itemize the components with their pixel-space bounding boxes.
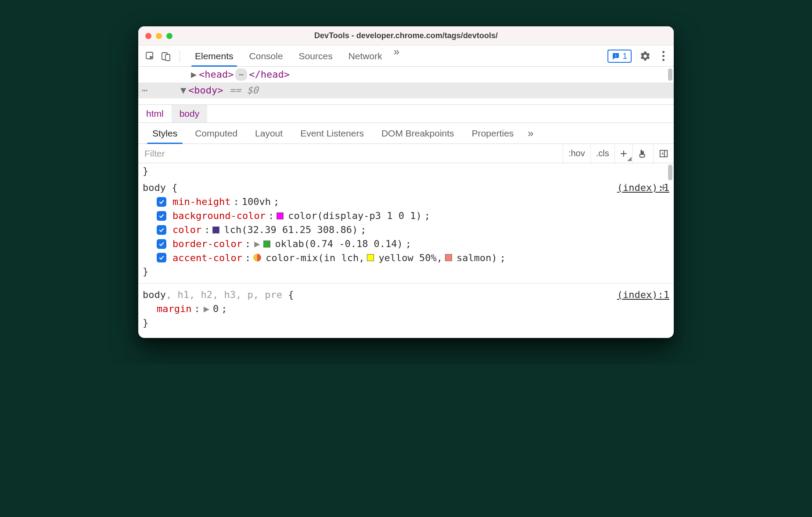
sidebar-tabs: Styles Computed Layout Event Listeners D… (138, 123, 674, 144)
subtab-label: Layout (255, 128, 283, 139)
rule-separator (138, 283, 674, 284)
color-swatch[interactable] (277, 212, 284, 219)
device-toolbar-icon[interactable] (159, 50, 172, 63)
collapsed-content-badge[interactable]: ⋯ (235, 68, 247, 81)
window-close-button[interactable] (145, 33, 151, 39)
breadcrumb-body[interactable]: body (172, 105, 208, 122)
tab-network[interactable]: Network (341, 46, 390, 66)
property-name[interactable]: min-height (172, 195, 230, 209)
color-swatch[interactable] (367, 254, 374, 261)
tabs-overflow-icon[interactable]: » (394, 46, 399, 66)
panel-tabs: Elements Console Sources Network » (187, 46, 399, 66)
subtab-label: DOM Breakpoints (381, 128, 454, 139)
svg-rect-2 (165, 54, 170, 61)
svg-rect-0 (146, 52, 153, 59)
subtab-label: Properties (472, 128, 514, 139)
styles-filter-input[interactable] (138, 144, 563, 163)
subtabs-overflow-icon[interactable]: » (528, 127, 533, 140)
property-enabled-checkbox[interactable] (157, 225, 166, 235)
selector-matched: body (143, 289, 166, 300)
window-minimize-button[interactable] (156, 33, 162, 39)
rule-selector[interactable]: body { (143, 181, 177, 195)
subtab-styles[interactable]: Styles (144, 123, 186, 144)
issues-count: 1 (622, 51, 627, 61)
dom-tree[interactable]: ▶ <head> ⋯ </head> ⋯ ▼ <body> == $0 (138, 67, 674, 105)
expand-icon[interactable]: ▶ (191, 67, 197, 82)
classes-toggle[interactable]: .cls (590, 144, 614, 163)
property-enabled-checkbox[interactable] (157, 239, 166, 249)
subtab-properties[interactable]: Properties (463, 123, 523, 144)
property-value[interactable]: 0 (213, 302, 219, 316)
selector-unmatched: , h1, h2, h3, p, pre (166, 289, 282, 300)
property-name[interactable]: color (172, 223, 201, 237)
tag-open: <head> (199, 67, 234, 82)
styles-filter-bar: :hov .cls + (138, 144, 674, 163)
selector-brace: { (282, 289, 294, 300)
rule-source-link[interactable]: (index):1 (617, 288, 669, 302)
breadcrumb: html body (138, 105, 674, 123)
declaration-margin[interactable]: margin: ▶ 0; (157, 302, 669, 316)
computed-sidebar-toggle-icon[interactable] (653, 144, 674, 163)
breadcrumb-html[interactable]: html (138, 105, 172, 122)
settings-icon[interactable] (639, 50, 652, 63)
rule-close-brace: } (143, 316, 669, 330)
property-name[interactable]: border-color (172, 237, 242, 251)
dom-node-head[interactable]: ▶ <head> ⋯ </head> (138, 67, 674, 83)
property-name[interactable]: background-color (172, 209, 266, 223)
traffic-lights (145, 33, 172, 39)
tag-open: <body> (188, 83, 223, 98)
insert-rule-button[interactable]: + (660, 179, 667, 196)
titlebar: DevTools - developer.chrome.com/tags/dev… (138, 26, 674, 46)
tab-elements[interactable]: Elements (187, 46, 241, 66)
property-name[interactable]: margin (157, 302, 191, 316)
inspect-element-icon[interactable] (144, 50, 157, 63)
tab-console[interactable]: Console (241, 46, 291, 66)
color-swatch[interactable] (212, 226, 219, 233)
property-enabled-checkbox[interactable] (157, 197, 166, 207)
hover-toggle[interactable]: :hov (563, 144, 590, 163)
dom-node-body[interactable]: ⋯ ▼ <body> == $0 (138, 83, 674, 98)
main-toolbar: Elements Console Sources Network » 1 (138, 46, 674, 67)
property-name[interactable]: accent-color (172, 251, 242, 265)
color-mix-swatch[interactable] (253, 254, 261, 262)
rule-selector[interactable]: body, h1, h2, h3, p, pre { (143, 288, 294, 302)
color-swatch[interactable] (263, 241, 270, 248)
property-value[interactable]: color(display-p3 1 0 1) (288, 209, 422, 223)
tab-label: Sources (299, 51, 333, 61)
property-value[interactable]: lch(32.39 61.25 308.86) (224, 223, 358, 237)
styles-pane[interactable]: } body { (index):1 min-height: 100vh;bac… (138, 163, 674, 338)
subtab-layout[interactable]: Layout (246, 123, 291, 144)
dom-row-partial (138, 98, 674, 104)
shorthand-expand-icon[interactable]: ▶ (254, 237, 260, 251)
svg-rect-5 (660, 150, 668, 157)
paintbrush-icon[interactable] (632, 144, 653, 163)
new-style-rule-button[interactable]: + (614, 144, 632, 163)
tab-sources[interactable]: Sources (291, 46, 341, 66)
subtab-event-listeners[interactable]: Event Listeners (291, 123, 373, 144)
property-value-part[interactable]: color-mix(in lch, (266, 251, 364, 265)
property-value-part[interactable]: yellow 50%, (378, 251, 442, 265)
svg-rect-3 (616, 54, 617, 56)
dom-scrollbar[interactable] (668, 68, 672, 81)
declaration-min-height[interactable]: min-height: 100vh; (157, 195, 669, 209)
property-enabled-checkbox[interactable] (157, 211, 166, 221)
issues-badge[interactable]: 1 (607, 50, 632, 63)
property-value[interactable]: oklab(0.74 -0.18 0.14) (275, 237, 402, 251)
declaration-color[interactable]: color: lch(32.39 61.25 308.86); (157, 223, 669, 237)
shorthand-expand-icon[interactable]: ▶ (204, 302, 209, 316)
subtab-computed[interactable]: Computed (186, 123, 246, 144)
subtab-dom-breakpoints[interactable]: DOM Breakpoints (373, 123, 463, 144)
declaration-border-color[interactable]: border-color: ▶oklab(0.74 -0.18 0.14); (157, 237, 669, 251)
color-swatch[interactable] (445, 254, 452, 261)
property-value[interactable]: 100vh (242, 195, 271, 209)
style-rule-reset: body, h1, h2, h3, p, pre { (index):1 mar… (143, 288, 669, 330)
window-zoom-button[interactable] (166, 33, 172, 39)
property-value-part[interactable]: salmon) (456, 251, 497, 265)
declaration-accent-color[interactable]: accent-color: color-mix(in lch, yellow 5… (157, 251, 669, 265)
gutter-dots[interactable]: ⋯ (142, 83, 148, 98)
declaration-background-color[interactable]: background-color: color(display-p3 1 0 1… (157, 209, 669, 223)
property-enabled-checkbox[interactable] (157, 253, 166, 262)
collapse-icon[interactable]: ▼ (180, 83, 187, 98)
tab-label: Elements (195, 51, 234, 61)
more-options-icon[interactable] (657, 51, 669, 61)
